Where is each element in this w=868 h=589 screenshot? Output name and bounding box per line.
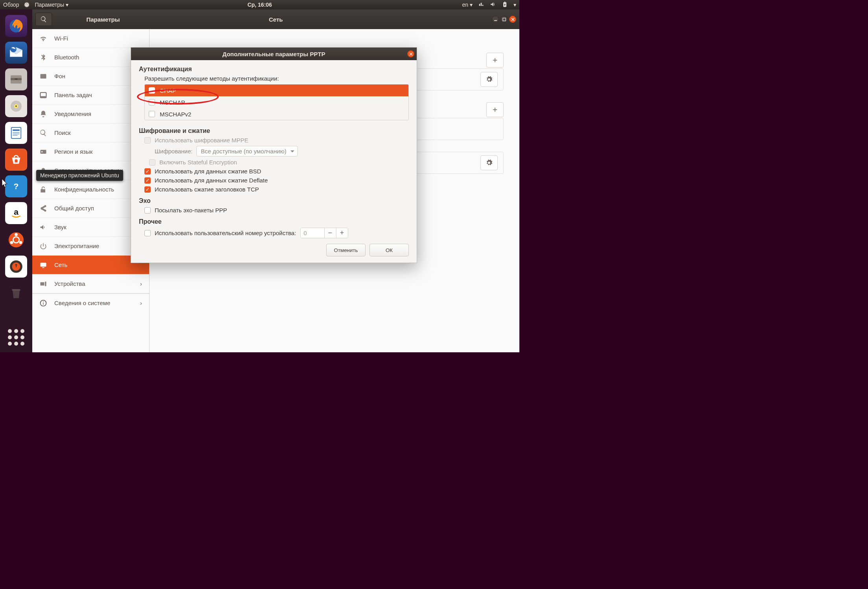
svg-rect-27 (41, 74, 46, 79)
search-button[interactable] (35, 13, 52, 26)
launcher-writer[interactable] (5, 122, 27, 144)
app-menu-label[interactable]: Параметры ▾ (35, 2, 68, 8)
launcher-software[interactable] (5, 149, 27, 171)
add-connection-button-2[interactable] (486, 102, 504, 117)
chevron-right-icon: › (140, 280, 142, 287)
launcher-thunderbird[interactable] (5, 42, 27, 64)
connection-settings-button-2[interactable] (480, 155, 498, 170)
add-connection-button-1[interactable] (486, 53, 504, 68)
lang-indicator[interactable]: en ▾ (462, 2, 473, 8)
sidebar-item-wifi[interactable]: Wi-Fi (32, 29, 149, 48)
launcher-updater[interactable] (5, 256, 27, 278)
echo-checkbox[interactable] (144, 207, 151, 214)
auth-methods-list: CHAP MSCHAP MSCHAPv2 (144, 84, 409, 120)
launcher-files[interactable] (5, 68, 27, 90)
svg-rect-34 (41, 282, 44, 285)
launcher-firefox[interactable] (5, 15, 27, 37)
svg-text:?: ? (14, 182, 19, 191)
svg-rect-30 (41, 150, 46, 154)
svg-rect-5 (15, 79, 18, 79)
ok-button[interactable]: ОК (369, 244, 409, 256)
svg-text:a: a (14, 207, 18, 216)
dock-icon (39, 91, 47, 99)
sidebar-item-label: Регион и язык (54, 148, 92, 155)
launcher-trash[interactable] (5, 282, 27, 304)
bell-icon (39, 110, 47, 118)
search-icon (39, 129, 47, 137)
unit-checkbox[interactable] (144, 230, 151, 236)
auth-method-mschap[interactable]: MSCHAP (145, 96, 408, 108)
sidebar-item-devices[interactable]: Устройства › (32, 274, 149, 293)
launcher-tooltip: Менеджер приложений Ubuntu (36, 170, 123, 181)
dialog-titlebar[interactable]: Дополнительные параметры PPTP (131, 48, 417, 60)
auth-method-chap[interactable]: CHAP (145, 85, 408, 96)
auth-checkbox-mschapv2[interactable] (149, 111, 155, 117)
window-maximize-button[interactable] (500, 16, 508, 23)
headerbar-main-title: Сеть (269, 16, 283, 23)
tcp-option[interactable]: Использовать сжатие заголовков TCP (144, 186, 409, 193)
headerbar-sidebar-title: Параметры (52, 16, 154, 23)
bsd-checkbox[interactable] (144, 168, 151, 175)
window-close-button[interactable] (509, 16, 516, 23)
sidebar-item-label: Уведомления (54, 110, 91, 117)
settings-headerbar: Параметры Сеть (32, 9, 519, 29)
network-tray-icon[interactable] (478, 1, 484, 9)
mppe-option: Использовать шифрование MPPE (144, 137, 409, 144)
sidebar-item-label: Панель задач (54, 92, 92, 98)
bsd-option[interactable]: Использовать для данных сжатие BSD (144, 168, 409, 175)
svg-rect-37 (43, 302, 44, 305)
details-icon (39, 299, 47, 307)
sharing-icon (39, 204, 47, 212)
svg-point-31 (41, 151, 42, 152)
svg-rect-12 (13, 134, 20, 134)
privacy-icon (39, 186, 47, 193)
window-minimize-button[interactable] (492, 16, 499, 23)
battery-tray-icon[interactable] (502, 1, 508, 9)
pptp-advanced-dialog: Дополнительные параметры PPTP Аутентифик… (131, 47, 417, 263)
svg-rect-35 (45, 282, 46, 286)
app-menu-icon (24, 2, 30, 8)
svg-rect-29 (41, 96, 46, 98)
launcher-ubuntu-settings[interactable] (5, 229, 27, 251)
unit-option[interactable]: Использовать пользовательский номер устр… (144, 228, 409, 238)
auth-label: MSCHAPv2 (160, 111, 191, 118)
connection-settings-button-1[interactable] (480, 72, 498, 87)
show-applications-button[interactable] (5, 326, 27, 348)
auth-checkbox-mschap[interactable] (149, 99, 155, 105)
sidebar-item-label: Bluetooth (54, 54, 79, 61)
launcher-rhythmbox[interactable] (5, 95, 27, 117)
stateful-option: Включить Stateful Encryption (149, 159, 409, 166)
svg-point-8 (15, 105, 17, 107)
deflate-checkbox[interactable] (144, 177, 151, 184)
unit-minus-button[interactable]: − (324, 228, 336, 238)
svg-point-21 (10, 241, 13, 244)
auth-method-mschapv2[interactable]: MSCHAPv2 (145, 108, 408, 120)
sidebar-item-label: Сеть (54, 261, 67, 268)
misc-heading: Прочее (139, 218, 409, 225)
system-menu-caret[interactable]: ▾ (513, 2, 516, 8)
launcher-amazon[interactable]: a (5, 202, 27, 224)
activities-button[interactable]: Обзор (3, 2, 19, 8)
bluetooth-icon (39, 53, 47, 61)
sidebar-item-label: Wi-Fi (54, 35, 68, 42)
sidebar-item-label: Фон (54, 73, 65, 79)
svg-rect-24 (12, 289, 20, 291)
unit-value-input[interactable] (301, 228, 324, 238)
cancel-button[interactable]: Отменить (326, 244, 366, 256)
echo-option[interactable]: Посылать эхо-пакеты PPP (144, 207, 409, 214)
mouse-cursor (2, 179, 9, 188)
devices-icon (39, 280, 47, 288)
deflate-option[interactable]: Использовать для данных сжатие Deflate (144, 177, 409, 184)
auth-checkbox-chap[interactable] (149, 87, 155, 94)
encryption-heading: Шифрование и сжатие (139, 127, 409, 134)
svg-rect-10 (13, 129, 20, 131)
unit-plus-button[interactable]: + (336, 228, 348, 238)
dialog-close-button[interactable] (407, 50, 414, 57)
unit-spinbutton[interactable]: − + (300, 228, 348, 238)
sidebar-item-details[interactable]: Сведения о системе › (32, 293, 149, 312)
power-icon (39, 242, 47, 250)
tcp-checkbox[interactable] (144, 186, 151, 193)
sidebar-item-label: Конфиденциальность (54, 186, 114, 193)
clock[interactable]: Ср, 16:06 (247, 2, 272, 8)
sound-tray-icon[interactable] (490, 1, 496, 9)
